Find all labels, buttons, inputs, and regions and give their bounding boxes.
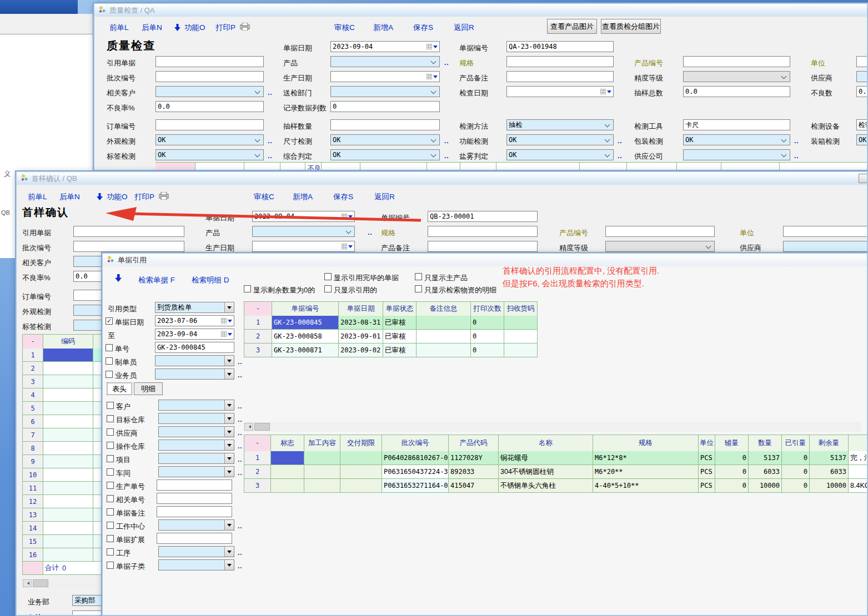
filter-doc-no-input[interactable]: [155, 342, 234, 353]
filter-workshop-more[interactable]: ..: [238, 469, 243, 477]
filter-ref-type-dropdown[interactable]: 到货质检单: [155, 302, 234, 313]
qa-dimension-more[interactable]: ..: [444, 137, 449, 145]
qb-menu-next[interactable]: 后单N: [59, 192, 80, 202]
qa-menu-save[interactable]: 保存S: [413, 23, 433, 33]
dropdown-button-icon[interactable]: [224, 302, 234, 312]
filter-supplier-more[interactable]: ..: [238, 429, 243, 437]
qa-function-dropdown[interactable]: OK: [506, 134, 614, 145]
qa-menu-func[interactable]: 功能O: [184, 23, 205, 33]
qa-spec-input[interactable]: [506, 56, 614, 67]
qb-menu-func[interactable]: 功能O: [107, 192, 128, 202]
qa-menu-audit[interactable]: 审核C: [334, 23, 355, 33]
filter-work-center-dropdown[interactable]: [158, 519, 234, 531]
qa-packing-more[interactable]: ..: [794, 137, 799, 145]
dropdown-button-icon[interactable]: [224, 440, 234, 450]
filter-prod-no-checkbox[interactable]: [107, 482, 114, 489]
filter-project-dropdown[interactable]: [158, 453, 234, 464]
filter-to-date-field[interactable]: 2023-09-04: [155, 329, 234, 340]
qa-precision-dropdown[interactable]: [683, 71, 790, 82]
docref-checkbox-show-zero[interactable]: [244, 285, 251, 292]
qa-doc-no-input[interactable]: [506, 41, 614, 52]
filter-doc-note-input[interactable]: [157, 506, 232, 517]
docref-doc-table-row[interactable]: 1 GK-23-000845 2023-08-31 已审核 0: [244, 316, 538, 330]
filter-doc-note-checkbox[interactable]: [107, 508, 114, 516]
qa-dimension-dropdown[interactable]: OK: [330, 134, 440, 145]
qa-customer-dropdown[interactable]: [155, 86, 264, 97]
qa-packing-dropdown[interactable]: OK: [683, 134, 790, 145]
filter-maker-dropdown[interactable]: [155, 355, 234, 366]
qb-titlebar[interactable]: 首样确认 / QB: [17, 172, 867, 185]
qa-unit-input[interactable]: [856, 56, 868, 67]
qb-menu-back[interactable]: 返回R: [374, 192, 395, 202]
filter-work-center-more[interactable]: ..: [238, 522, 243, 530]
qa-order-no-input[interactable]: [155, 119, 264, 130]
filter-maker-more[interactable]: ..: [238, 358, 243, 366]
filter-salesman-checkbox[interactable]: [106, 371, 113, 378]
qa-supply-co-more[interactable]: ..: [794, 152, 799, 160]
qa-function-more[interactable]: ..: [618, 137, 623, 145]
qb-supplier-input[interactable]: [783, 241, 868, 252]
calendar-icon[interactable]: [425, 42, 439, 52]
qb-titlebar-button[interactable]: [859, 174, 867, 183]
docref-search-doc-link[interactable]: 检索单据 F: [138, 275, 175, 285]
filter-target-wh-checkbox[interactable]: [107, 415, 114, 422]
qb-prod-date-field[interactable]: [252, 241, 355, 252]
dropdown-button-icon[interactable]: [224, 520, 234, 530]
qa-label-chk-dropdown[interactable]: OK: [155, 149, 264, 160]
qa-supply-co-dropdown[interactable]: [683, 149, 790, 160]
docref-detail-table-row[interactable]: 3 P0631653271164-06 415047 不锈钢单头六角柱 4-40…: [244, 479, 868, 493]
filter-supplier-dropdown[interactable]: [158, 426, 234, 437]
dropdown-button-icon[interactable]: [224, 453, 234, 463]
qa-batch-no-input[interactable]: [155, 71, 264, 82]
filter-project-checkbox[interactable]: [107, 455, 114, 462]
filter-rel-no-checkbox[interactable]: [107, 495, 114, 502]
qa-doc-date-field[interactable]: 2023-09-04: [330, 41, 440, 52]
qa-product-more[interactable]: ..: [444, 59, 449, 67]
qb-menu-add[interactable]: 新增A: [293, 192, 313, 202]
qa-defect-qty-input[interactable]: [856, 86, 868, 97]
dropdown-button-icon[interactable]: [224, 400, 234, 410]
qb-menu-audit[interactable]: 审核C: [254, 192, 274, 202]
dropdown-button-icon[interactable]: [224, 356, 234, 366]
filter-doc-date-field[interactable]: 2023-07-06: [155, 315, 234, 326]
filter-op-wh-more[interactable]: ..: [238, 442, 243, 450]
filter-work-center-checkbox[interactable]: [107, 522, 114, 529]
filter-process-dropdown[interactable]: [158, 546, 234, 557]
scroll-left-icon[interactable]: [23, 579, 32, 587]
calendar-icon[interactable]: [219, 316, 234, 326]
qa-data-cols-input[interactable]: [330, 101, 440, 112]
qa-sample-qty-input[interactable]: [330, 119, 440, 130]
filter-prod-no-input[interactable]: [157, 479, 232, 491]
tab-detail[interactable]: 明细: [134, 382, 163, 395]
calendar-icon[interactable]: [425, 72, 439, 82]
filter-process-more[interactable]: ..: [238, 549, 243, 557]
qa-titlebar[interactable]: 质量检查 / QA: [94, 4, 867, 17]
filter-process-checkbox[interactable]: [107, 548, 114, 556]
qa-salt-spray-dropdown[interactable]: OK: [506, 149, 614, 160]
qa-menu-back[interactable]: 返回R: [454, 23, 474, 33]
docref-checkbox-show-finished[interactable]: [324, 273, 332, 280]
qb-menu-save[interactable]: 保存S: [333, 192, 353, 202]
dropdown-button-icon[interactable]: [224, 369, 234, 379]
docref-titlebar[interactable]: 单据引用: [103, 254, 867, 266]
qa-menu-print[interactable]: 打印P: [215, 23, 235, 33]
qb-precision-dropdown[interactable]: [605, 241, 715, 252]
filter-doc-date-checkbox[interactable]: [106, 317, 113, 325]
printer-icon[interactable]: [159, 192, 169, 202]
tab-header[interactable]: 表头: [107, 382, 132, 395]
qb-product-note-input[interactable]: [428, 241, 538, 252]
qb-menu-print[interactable]: 打印P: [134, 192, 154, 202]
docref-search-detail-link[interactable]: 检索明细 D: [192, 275, 229, 285]
qa-boxing-input[interactable]: [856, 134, 868, 145]
filter-op-wh-dropdown[interactable]: [158, 440, 234, 451]
qa-menu-next[interactable]: 后单N: [142, 23, 162, 33]
qa-salt-spray-more[interactable]: ..: [618, 152, 623, 160]
printer-icon[interactable]: [240, 23, 250, 33]
docref-mid-scrollbar[interactable]: [244, 422, 861, 432]
qa-product-note-input[interactable]: [506, 71, 614, 82]
dropdown-button-icon[interactable]: [224, 467, 234, 477]
filter-project-more[interactable]: ..: [238, 456, 243, 463]
calendar-icon[interactable]: [340, 211, 354, 221]
filter-workshop-dropdown[interactable]: [158, 466, 234, 477]
calendar-icon[interactable]: [340, 241, 354, 251]
